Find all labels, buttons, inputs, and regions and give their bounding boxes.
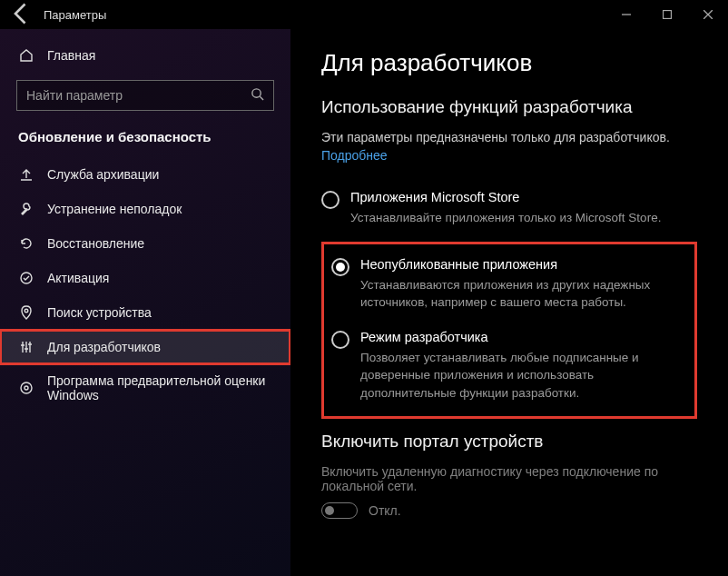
svg-point-5 — [25, 386, 28, 390]
svg-point-2 — [21, 273, 32, 283]
activation-icon — [18, 270, 34, 286]
sidebar: Главная Обновление и безопасность Служба… — [0, 29, 290, 576]
sidebar-item-label: Активация — [47, 271, 109, 285]
toggle-state-label: Откл. — [369, 503, 401, 518]
search-input[interactable] — [16, 80, 274, 111]
insider-icon — [18, 380, 34, 396]
category-title: Обновление и безопасность — [0, 124, 290, 157]
page-title: Для разработчиков — [321, 49, 697, 77]
radio-label: Режим разработчика — [360, 330, 685, 344]
radio-sub: Устанавливаются приложения из других над… — [360, 276, 685, 312]
sidebar-item-label: Для разработчиков — [47, 340, 161, 354]
titlebar: Параметры — [0, 0, 728, 29]
sidebar-item-troubleshoot[interactable]: Устранение неполадок — [0, 192, 290, 226]
sliders-icon — [18, 339, 34, 355]
svg-point-4 — [21, 382, 32, 393]
search-icon — [251, 87, 264, 104]
sidebar-item-insider[interactable]: Программа предварительной оценки Windows — [0, 364, 290, 412]
svg-point-1 — [252, 89, 261, 97]
radio-label: Неопубликованные приложения — [360, 257, 685, 272]
sidebar-item-find-device[interactable]: Поиск устройства — [0, 295, 290, 330]
search-field[interactable] — [26, 88, 251, 103]
home-label: Главная — [47, 48, 95, 63]
upload-icon — [18, 166, 34, 183]
sidebar-item-developers[interactable]: Для разработчиков — [0, 330, 290, 364]
radio-option-devmode[interactable]: Режим разработчика Позволяет устанавлива… — [331, 324, 685, 415]
radio-icon — [331, 258, 349, 276]
sidebar-item-activation[interactable]: Активация — [0, 261, 290, 295]
sidebar-item-recovery[interactable]: Восстановление — [0, 226, 290, 261]
radio-sub: Устанавливайте приложения только из Micr… — [350, 209, 661, 227]
section-title-device-portal: Включить портал устройств — [321, 432, 697, 452]
radio-option-store[interactable]: Приложения Microsoft Store Устанавливайт… — [321, 184, 697, 240]
minimize-button[interactable] — [605, 0, 646, 29]
content-pane: Для разработчиков Использование функций … — [290, 29, 728, 576]
radio-sub: Позволяет устанавливать любые подписанны… — [360, 349, 685, 402]
location-icon — [18, 304, 34, 321]
close-button[interactable] — [687, 0, 728, 29]
radio-label: Приложения Microsoft Store — [350, 190, 661, 204]
window-title: Параметры — [34, 8, 106, 22]
sidebar-item-label: Программа предварительной оценки Windows — [47, 373, 272, 402]
more-link[interactable]: Подробнее — [321, 148, 388, 163]
sidebar-item-label: Поиск устройства — [47, 305, 152, 320]
home-icon — [18, 47, 34, 64]
highlighted-options: Неопубликованные приложения Устанавливаю… — [321, 242, 697, 420]
home-link[interactable]: Главная — [0, 38, 290, 73]
radio-icon — [321, 191, 339, 209]
section2-desc: Включить удаленную диагностику через под… — [321, 464, 697, 493]
section-desc: Эти параметры предназначены только для р… — [321, 130, 697, 144]
svg-rect-0 — [663, 11, 671, 19]
wrench-icon — [18, 201, 34, 217]
recovery-icon — [18, 235, 34, 252]
maximize-button[interactable] — [646, 0, 687, 29]
radio-icon — [331, 331, 349, 349]
section-title-dev-features: Использование функций разработчика — [321, 97, 697, 117]
sidebar-item-backup[interactable]: Служба архивации — [0, 157, 290, 192]
sidebar-item-label: Служба архивации — [47, 167, 159, 182]
radio-option-sideload[interactable]: Неопубликованные приложения Устанавливаю… — [331, 252, 685, 324]
svg-point-3 — [25, 309, 28, 313]
back-button[interactable] — [9, 1, 34, 29]
device-portal-toggle[interactable] — [321, 502, 358, 519]
sidebar-item-label: Устранение неполадок — [47, 202, 182, 216]
sidebar-item-label: Восстановление — [47, 236, 144, 251]
